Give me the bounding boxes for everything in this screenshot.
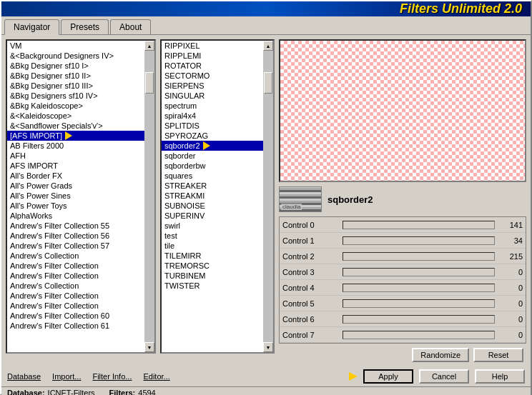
list-item[interactable]: TILEMIRR — [162, 251, 263, 261]
control-slider-1[interactable] — [343, 236, 495, 245]
right-panel: claudia sqborder2 Control 0 141 Control … — [279, 39, 526, 362]
list-item[interactable]: &Bkg Designer sf10 III> — [7, 81, 144, 91]
list-item[interactable]: squares — [162, 171, 263, 181]
list-item[interactable]: AFH — [7, 151, 144, 161]
editor-link[interactable]: Editor... — [143, 372, 169, 381]
tab-about[interactable]: About — [110, 19, 151, 34]
list-item[interactable]: STREAKER — [162, 181, 263, 191]
cancel-button[interactable]: Cancel — [419, 369, 469, 384]
control-slider-0[interactable] — [343, 221, 495, 229]
list-item[interactable]: Andrew's Filter Collection 61 — [7, 321, 144, 331]
control-value-1: 34 — [498, 236, 523, 245]
left-list[interactable]: VM &<Background Designers IV> &Bkg Desig… — [6, 39, 156, 354]
list-item[interactable]: Andrew's Collection — [7, 251, 144, 261]
list-item[interactable]: spectrum — [162, 101, 263, 111]
middle-list[interactable]: RIPPIXEL RIPPLEMI ROTATOR SECTORMO SIERP… — [160, 39, 275, 354]
list-item[interactable]: Andrew's Filter Collection — [7, 271, 144, 281]
list-item[interactable]: &<Background Designers IV> — [7, 51, 144, 61]
list-item[interactable]: AlphaWorks — [7, 211, 144, 221]
control-value-7: 0 — [498, 331, 523, 339]
control-value-4: 0 — [498, 284, 523, 292]
scroll-up-btn[interactable]: ▲ — [144, 41, 154, 51]
list-item[interactable]: STREAKMI — [162, 191, 263, 201]
reset-button[interactable]: Reset — [473, 348, 523, 362]
list-item[interactable]: SUBNOISE — [162, 201, 263, 211]
scroll-track[interactable] — [263, 51, 273, 342]
list-item[interactable]: &Bkg Designer sf10 I> — [7, 61, 144, 71]
list-item[interactable]: All's Border FX — [7, 171, 144, 181]
left-list-inner: VM &<Background Designers IV> &Bkg Desig… — [7, 41, 144, 352]
list-item[interactable]: Andrew's Filter Collection — [7, 301, 144, 311]
list-item[interactable]: test — [162, 231, 263, 241]
list-item[interactable]: RIPPLEMI — [162, 51, 263, 61]
list-item[interactable]: swirl — [162, 221, 263, 231]
list-item[interactable]: &Bkg Kaleidoscope> — [7, 101, 144, 111]
apply-button[interactable]: Apply — [363, 369, 413, 384]
tab-navigator[interactable]: Navigator — [4, 19, 59, 35]
control-slider-7[interactable] — [343, 331, 495, 339]
list-item[interactable]: VM — [7, 41, 144, 51]
list-item[interactable]: Andrew's Filter Collection 56 — [7, 231, 144, 241]
list-item[interactable]: All's Power Toys — [7, 201, 144, 211]
list-item[interactable]: SPLITDIS — [162, 121, 263, 131]
list-item[interactable]: AB Filters 2000 — [7, 141, 144, 151]
control-slider-3[interactable] — [343, 268, 495, 276]
control-label-2: Control 2 — [282, 252, 340, 261]
list-item[interactable]: Andrew's Filter Collection 60 — [7, 311, 144, 321]
list-item[interactable]: Andrew's Collection — [7, 281, 144, 291]
list-item[interactable]: SPYROZAG — [162, 131, 263, 141]
control-value-0: 141 — [498, 221, 523, 229]
scroll-down-btn[interactable]: ▼ — [144, 342, 154, 352]
list-item[interactable]: SINGULAR — [162, 91, 263, 101]
list-item[interactable]: TURBINEM — [162, 271, 263, 281]
list-item[interactable]: SUPERINV — [162, 211, 263, 221]
database-status: Database: ICNET-Filters — [7, 389, 95, 395]
import-link[interactable]: Import... — [52, 372, 81, 381]
scroll-track[interactable] — [144, 51, 154, 342]
help-button[interactable]: Help — [475, 369, 525, 384]
scroll-down-btn[interactable]: ▼ — [263, 342, 273, 352]
list-item[interactable]: &<Kaleidoscope> — [7, 111, 144, 121]
list-item[interactable]: &Bkg Designer sf10 II> — [7, 71, 144, 81]
apply-arrow-indicator — [349, 372, 358, 381]
left-list-selected-item[interactable]: [AFS IMPORT] — [7, 131, 144, 141]
list-item[interactable]: TWISTER — [162, 281, 263, 291]
list-item[interactable]: All's Power Grads — [7, 181, 144, 191]
control-slider-6[interactable] — [343, 315, 495, 324]
tab-presets[interactable]: Presets — [61, 19, 109, 34]
left-scrollbar[interactable]: ▲ ▼ — [144, 41, 154, 352]
randomize-button[interactable]: Randomize — [412, 348, 469, 362]
middle-scrollbar[interactable]: ▲ ▼ — [263, 41, 273, 352]
scroll-up-btn[interactable]: ▲ — [263, 41, 273, 51]
list-item[interactable]: &<Sandflower Specials'v'> — [7, 121, 144, 131]
list-item[interactable]: Andrew's Filter Collection 57 — [7, 241, 144, 251]
list-item[interactable]: tile — [162, 241, 263, 251]
scroll-thumb[interactable] — [145, 72, 154, 94]
database-link[interactable]: Database — [7, 372, 41, 381]
list-item[interactable]: Andrew's Filter Collection 55 — [7, 221, 144, 231]
scroll-thumb[interactable] — [264, 72, 272, 94]
list-item[interactable]: &Bkg Designers sf10 IV> — [7, 91, 144, 101]
control-slider-2[interactable] — [343, 252, 495, 261]
list-item[interactable]: sqborder — [162, 151, 263, 161]
controls-table: Control 0 141 Control 1 34 Control 2 — [279, 216, 526, 344]
list-item[interactable]: SECTORMO — [162, 71, 263, 81]
list-item[interactable]: SIERPENS — [162, 81, 263, 91]
control-slider-5[interactable] — [343, 299, 495, 308]
filter-name-bar: claudia sqborder2 — [279, 186, 526, 212]
list-item[interactable]: AFS IMPORT — [7, 161, 144, 171]
list-item[interactable]: Andrew's Filter Collection — [7, 291, 144, 301]
thumbnail-label: claudia — [281, 204, 302, 210]
list-item[interactable]: sqborderbw — [162, 161, 263, 171]
control-slider-4[interactable] — [343, 284, 495, 292]
control-row-6: Control 6 0 — [280, 311, 526, 327]
list-item[interactable]: spiral4x4 — [162, 111, 263, 121]
list-item[interactable]: TREMORSC — [162, 261, 263, 271]
list-item[interactable]: ROTATOR — [162, 61, 263, 71]
middle-list-selected-item[interactable]: sqborder2 — [162, 141, 263, 151]
list-item[interactable]: All's Power Sines — [7, 191, 144, 201]
list-item[interactable]: RIPPIXEL — [162, 41, 263, 51]
filter-info-link[interactable]: Filter Info... — [92, 372, 132, 381]
left-panel: VM &<Background Designers IV> &Bkg Desig… — [6, 39, 156, 362]
list-item[interactable]: Andrew's Filter Collection — [7, 261, 144, 271]
